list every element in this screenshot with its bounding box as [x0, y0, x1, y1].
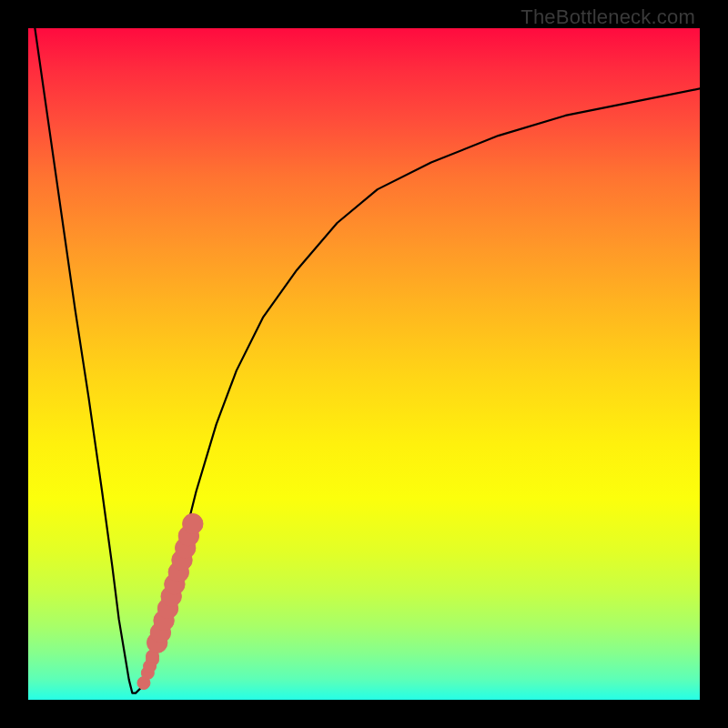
bottleneck-curve — [35, 28, 700, 693]
chart-svg — [28, 28, 700, 700]
chart-frame: TheBottleneck.com — [0, 0, 728, 728]
watermark-text: TheBottleneck.com — [521, 5, 695, 29]
chart-plot-area — [28, 28, 700, 700]
marker-dot — [183, 513, 203, 533]
marker-layer — [137, 513, 203, 689]
